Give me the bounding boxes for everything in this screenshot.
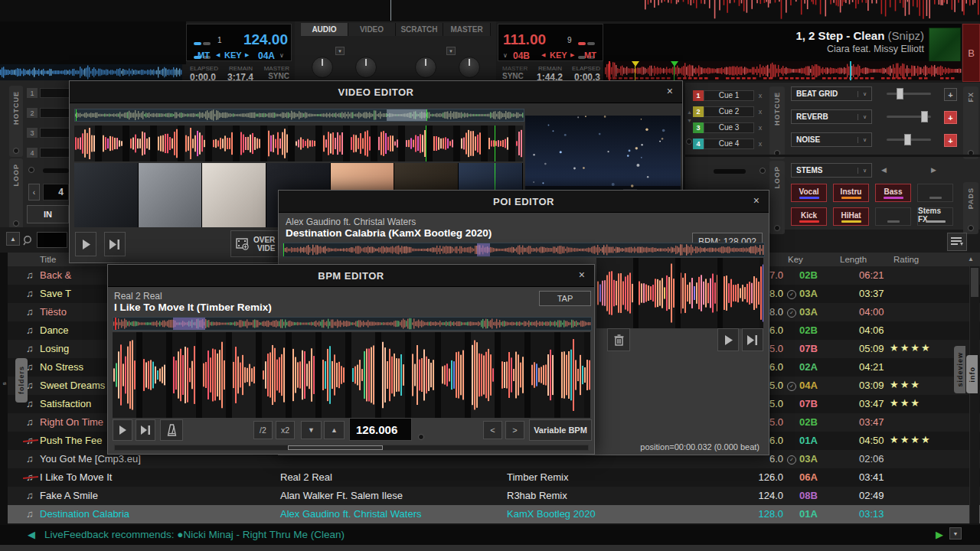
fx-slider-handle[interactable] xyxy=(897,88,903,99)
stems-next-icon[interactable]: ▶ xyxy=(931,166,936,174)
bpm-zoom-waveform[interactable] xyxy=(113,332,590,418)
bpm-overview-waveform[interactable] xyxy=(113,317,592,331)
bpm-down-button[interactable]: ▼ xyxy=(301,421,322,439)
stems-prev-icon[interactable]: ◀ xyxy=(881,166,887,174)
deck-b-bpm[interactable]: 111.00 xyxy=(503,31,546,48)
poi-delete-button[interactable] xyxy=(607,328,630,351)
cue-label[interactable]: Cue 2 xyxy=(704,106,754,117)
stem-pad[interactable] xyxy=(917,184,953,202)
fx-select-reverb[interactable]: REVERB∨ xyxy=(791,109,872,124)
cue-delete-icon[interactable]: x xyxy=(754,140,766,148)
column-length[interactable]: Length xyxy=(840,255,867,264)
list-scroll-up-icon[interactable]: ▲ xyxy=(968,256,974,262)
video-thumbnail[interactable] xyxy=(74,163,139,227)
cell-rating-stars[interactable]: ★★★★ xyxy=(890,434,932,445)
poi-next-button[interactable] xyxy=(742,328,763,351)
video-zoom-waveform[interactable] xyxy=(74,126,523,161)
bpm-play-button[interactable] xyxy=(113,419,132,441)
cell-rating-stars[interactable]: ★★★★ xyxy=(890,342,932,354)
metronome-button[interactable] xyxy=(160,419,183,441)
bpm-editor-titlebar[interactable]: BPM EDITOR × xyxy=(108,265,594,287)
poi-play-button[interactable] xyxy=(717,328,739,351)
loop-size-display[interactable]: 4 xyxy=(43,184,69,201)
mixer-knob-hihat[interactable] xyxy=(312,57,333,78)
cue-row[interactable]: 1Cue 1x xyxy=(693,90,769,101)
cell-rating-stars[interactable]: ★★★ xyxy=(890,379,921,390)
pitch-mini-slider[interactable] xyxy=(714,169,746,174)
deck-a-key-next-icon[interactable]: ▶ xyxy=(245,52,249,58)
search-icon[interactable] xyxy=(22,233,34,247)
stem-pad-hihat[interactable]: HiHat xyxy=(833,207,869,226)
bpm-double-button[interactable]: x2 xyxy=(276,421,295,439)
fx-slider-handle[interactable] xyxy=(921,111,928,122)
cue-row[interactable]: 3Cue 3x xyxy=(693,122,769,133)
close-icon[interactable]: × xyxy=(753,194,760,207)
fx-select-beat-grid[interactable]: BEAT GRID∨ xyxy=(791,86,872,101)
loop-mini-slider[interactable] xyxy=(43,168,69,173)
overlay-video-button[interactable]: OVER VIDE xyxy=(230,230,283,257)
bpm-value-display[interactable]: 126.006 xyxy=(349,418,412,441)
bpm-next-button[interactable] xyxy=(136,419,155,441)
fx-slider[interactable] xyxy=(887,139,931,141)
bpm-dot-icon[interactable] xyxy=(418,434,424,440)
cue-scroll-down-icon[interactable]: ▼ xyxy=(687,118,692,123)
deck-b-mt[interactable]: MT xyxy=(584,51,596,60)
track-row[interactable]: ♫Destination CalabriaAlex Gaudino ft. Ch… xyxy=(0,505,980,523)
sync-label[interactable]: SYNC xyxy=(502,72,524,80)
deck-b-tab[interactable]: B xyxy=(962,24,980,82)
hotcue-slot[interactable]: 2 xyxy=(27,108,74,118)
section-dot-icon[interactable] xyxy=(968,225,974,231)
section-dot-icon[interactable] xyxy=(13,220,19,227)
deck-a-mt[interactable]: MT xyxy=(198,51,210,60)
video-next-button[interactable] xyxy=(104,232,126,256)
library-scrollbar[interactable] xyxy=(969,266,979,523)
search-input[interactable] xyxy=(37,232,67,248)
poi-overview-waveform[interactable] xyxy=(283,243,765,257)
cue-dot-icon[interactable] xyxy=(686,139,692,145)
column-key[interactable]: Key xyxy=(788,255,803,264)
hotcue-slot[interactable]: 3 xyxy=(27,128,74,138)
column-title[interactable]: Title xyxy=(40,255,56,264)
fx-select-noise[interactable]: NOISE∨ xyxy=(791,132,872,147)
video-play-button[interactable] xyxy=(75,232,96,256)
beat-prev-button[interactable]: < xyxy=(483,421,502,439)
sync-label[interactable]: SYNC xyxy=(268,72,289,80)
stem-pad-kick[interactable]: Kick xyxy=(791,207,827,226)
sideview-tab[interactable]: sideview xyxy=(954,346,965,393)
pitch-dot-icon[interactable] xyxy=(760,168,766,174)
fx-add-button[interactable]: + xyxy=(944,134,957,147)
poi-editor-titlebar[interactable]: POI EDITOR × xyxy=(279,191,769,213)
section-dot-icon[interactable] xyxy=(774,225,780,231)
stem-pad-bass[interactable]: Bass xyxy=(875,184,911,202)
stem-pad-vocal[interactable]: Vocal xyxy=(791,184,827,202)
cue-delete-icon[interactable]: x xyxy=(754,92,766,99)
cue-label[interactable]: Cue 1 xyxy=(704,90,754,101)
fx-slider-handle[interactable] xyxy=(904,134,911,145)
cue-row[interactable]: 2Cue 2x xyxy=(693,106,769,117)
track-row[interactable]: ♫Fake A SmileAlan Walker Ft. Salem Ilese… xyxy=(0,487,980,505)
close-icon[interactable]: × xyxy=(579,269,585,281)
mixer-knob-gain[interactable] xyxy=(355,57,377,78)
stem-pad[interactable] xyxy=(875,207,911,226)
variable-bpm-button[interactable]: Variable BPM xyxy=(529,419,592,441)
stems-dropdown[interactable]: STEMS∨ xyxy=(791,163,872,178)
scrollbar-handle[interactable] xyxy=(288,445,383,450)
playlist-queue-button[interactable] xyxy=(947,233,967,251)
cue-row[interactable]: 4Cue 4x xyxy=(693,138,769,149)
cue-label[interactable]: Cue 4 xyxy=(704,139,754,149)
album-art[interactable] xyxy=(929,28,961,63)
beat-next-button[interactable]: > xyxy=(505,421,524,439)
mixer-knob-hihat[interactable] xyxy=(459,57,480,78)
track-row[interactable]: ♫I Like To Move ItReal 2 RealTimber Remi… xyxy=(0,468,980,487)
cue-label[interactable]: Cue 3 xyxy=(704,122,754,133)
bpm-zoom-scrollbar[interactable] xyxy=(114,445,589,451)
poi-zoom-waveform[interactable] xyxy=(596,258,763,328)
scrollbar-thumb[interactable] xyxy=(971,268,978,297)
hotcue-slot[interactable]: 1 xyxy=(27,88,74,98)
cue-delete-icon[interactable]: x xyxy=(754,108,766,116)
deck-a-key-prev-icon[interactable]: ◀ xyxy=(216,52,220,58)
scroll-up-button[interactable]: ▲ xyxy=(6,232,20,246)
knob-dropdown-icon[interactable]: ▼ xyxy=(335,47,345,55)
feedback-prev-icon[interactable]: ◀ xyxy=(28,529,35,540)
knob-dropdown-icon[interactable]: ▼ xyxy=(446,47,456,55)
